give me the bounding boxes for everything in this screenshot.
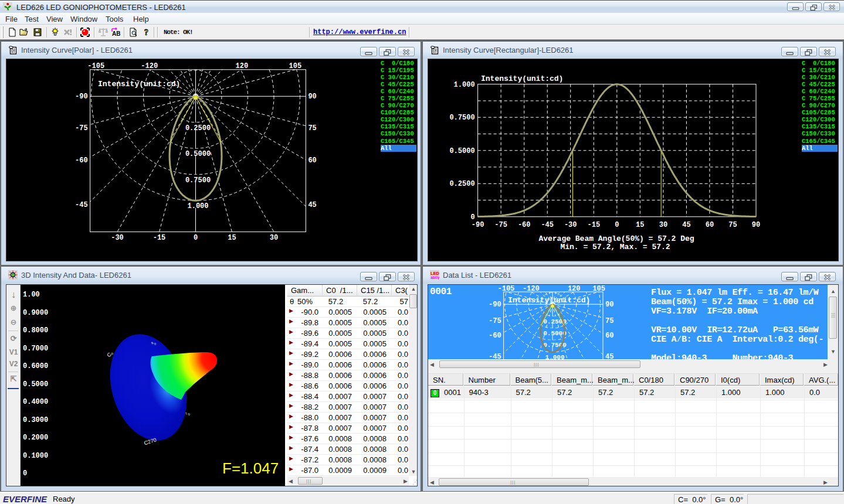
svg-text:60: 60 [706, 221, 714, 229]
svg-text:45: 45 [308, 201, 316, 209]
svg-text:30: 30 [270, 234, 278, 242]
svg-text:15: 15 [228, 234, 236, 242]
svg-text:0.5000: 0.5000 [449, 147, 474, 155]
svg-text:45: 45 [605, 353, 613, 359]
svg-text:0.2500: 0.2500 [185, 124, 211, 132]
svg-text:1.000: 1.000 [454, 81, 475, 89]
svg-text:-75: -75 [75, 124, 88, 132]
svg-text:0: 0 [194, 234, 198, 242]
svg-text:60: 60 [308, 156, 316, 165]
svg-text:-105: -105 [497, 285, 514, 293]
svg-text:-120: -120 [523, 285, 540, 293]
svg-text:Min. = 57.2, Max. = 57.2: Min. = 57.2, Max. = 57.2 [560, 243, 670, 251]
svg-text:60: 60 [605, 332, 613, 340]
svg-text:30: 30 [659, 221, 667, 229]
svg-text:0.2500: 0.2500 [449, 180, 474, 188]
svg-text:105: 105 [592, 285, 605, 293]
svg-text:45: 45 [682, 221, 690, 229]
svg-text:90: 90 [752, 221, 760, 229]
svg-text:-90: -90 [472, 221, 484, 229]
svg-text:1.000: 1.000 [187, 202, 208, 210]
svg-text:1.000: 1.000 [545, 354, 564, 359]
svg-text:75: 75 [308, 124, 316, 132]
svg-text:Intensity(unit:cd): Intensity(unit:cd) [98, 80, 180, 88]
svg-text:-75: -75 [489, 317, 501, 325]
svg-text:-45: -45 [75, 201, 88, 209]
svg-text:AB: AB [112, 30, 120, 37]
svg-text:120: 120 [568, 285, 581, 293]
svg-text:-60: -60 [75, 156, 88, 165]
svg-text:-120: -120 [141, 62, 158, 70]
svg-text:90: 90 [308, 93, 316, 101]
svg-text:75: 75 [728, 221, 737, 229]
svg-text:abily: abily [431, 275, 440, 280]
svg-text:Intensity(unit:cd): Intensity(unit:cd) [508, 296, 590, 305]
svg-text:0.5000: 0.5000 [185, 150, 211, 158]
svg-text:C270: C270 [143, 437, 157, 446]
svg-text:-105: -105 [87, 62, 104, 70]
svg-text:0: 0 [470, 213, 474, 222]
svg-text:15: 15 [636, 221, 644, 229]
svg-text:120: 120 [235, 62, 248, 70]
svg-text:75: 75 [605, 317, 613, 325]
svg-text:-60: -60 [489, 332, 501, 340]
svg-text:⁷₀: ⁷₀ [184, 410, 191, 417]
svg-text:90: 90 [605, 301, 613, 309]
svg-text:-90: -90 [75, 93, 88, 101]
svg-text:-90: -90 [489, 301, 501, 309]
svg-text:0.7500: 0.7500 [185, 176, 211, 185]
svg-text:-30: -30 [111, 234, 124, 242]
svg-text:-15: -15 [587, 221, 600, 229]
svg-text:105: 105 [289, 62, 301, 70]
svg-text:0: 0 [615, 221, 619, 229]
svg-text:?: ? [144, 28, 148, 37]
svg-text:Intensity(unit:cd): Intensity(unit:cd) [481, 74, 563, 83]
svg-text:-75: -75 [494, 221, 507, 229]
svg-text:-30: -30 [564, 221, 577, 229]
svg-text:-45: -45 [541, 221, 554, 229]
svg-text:-60: -60 [518, 221, 531, 229]
svg-text:0.7500: 0.7500 [449, 114, 474, 122]
svg-text:F=1.047: F=1.047 [222, 459, 279, 477]
svg-text:-45: -45 [489, 353, 501, 359]
svg-text:Average Beam Angle(50%) = 57.2: Average Beam Angle(50%) = 57.2 Deg [538, 234, 694, 243]
svg-text:-15: -15 [153, 234, 166, 242]
svg-text:0.5000: 0.5000 [543, 330, 567, 337]
